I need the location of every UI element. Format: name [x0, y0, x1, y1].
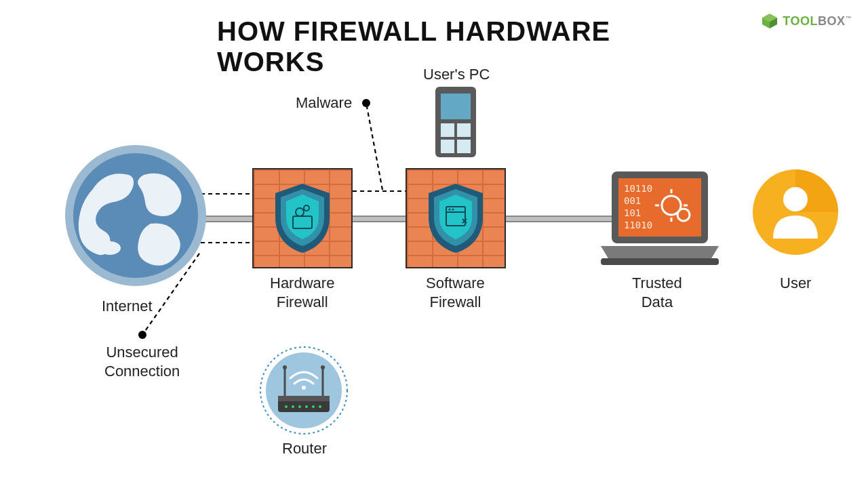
svg-rect-23: [441, 140, 454, 153]
svg-point-47: [285, 405, 288, 408]
label-user-pc: User's PC: [423, 65, 490, 84]
svg-rect-21: [441, 123, 454, 137]
label-unsecured: Unsecured Connection: [104, 343, 180, 380]
brand-tm: ™: [846, 15, 852, 22]
svg-point-48: [292, 405, 294, 408]
cube-icon: [761, 12, 778, 30]
user-pc-icon: [434, 85, 477, 159]
svg-line-6: [366, 103, 382, 190]
svg-rect-20: [441, 94, 471, 119]
svg-point-18: [452, 208, 454, 210]
brand-text: TOOLBOX™: [783, 14, 852, 28]
user-icon: [751, 168, 840, 256]
svg-point-17: [448, 208, 450, 210]
internet-icon: [62, 142, 209, 289]
flow-pipe: [183, 216, 617, 222]
svg-point-51: [312, 405, 315, 408]
svg-rect-27: [601, 258, 719, 265]
svg-point-38: [783, 187, 808, 211]
brand-part2: BOX: [818, 14, 846, 28]
svg-point-40: [266, 352, 342, 428]
router-icon: [258, 344, 350, 436]
svg-point-50: [305, 405, 308, 408]
label-router: Router: [282, 439, 327, 458]
shield-icon: [270, 181, 335, 256]
svg-text:11010: 11010: [624, 220, 652, 230]
svg-text:101: 101: [624, 207, 641, 218]
software-firewall-icon: [406, 168, 506, 268]
trusted-data-icon: 10110 001 101 11010: [597, 165, 723, 270]
svg-point-53: [302, 386, 306, 390]
dot-malware: [362, 99, 370, 107]
svg-rect-46: [278, 396, 330, 401]
brand-part1: TOOL: [783, 14, 818, 28]
binary-text: 10110: [624, 183, 652, 194]
dot-unsecured: [138, 331, 146, 339]
shield-icon: [423, 181, 488, 256]
svg-rect-24: [457, 140, 471, 153]
label-trusted-data: Trusted Data: [632, 274, 682, 311]
svg-text:001: 001: [624, 195, 641, 206]
svg-point-10: [99, 241, 121, 255]
hardware-firewall-icon: [252, 168, 353, 268]
svg-point-52: [319, 405, 321, 408]
svg-point-49: [298, 405, 301, 408]
label-software-firewall: Software Firewall: [426, 274, 485, 311]
label-malware: Malware: [296, 94, 352, 113]
svg-rect-22: [457, 123, 471, 137]
label-internet: Internet: [102, 297, 153, 316]
label-hardware-firewall: Hardware Firewall: [270, 274, 334, 311]
label-user: User: [780, 274, 811, 293]
svg-point-44: [321, 365, 325, 369]
brand-logo: TOOLBOX™: [761, 12, 852, 30]
svg-point-42: [283, 365, 287, 369]
